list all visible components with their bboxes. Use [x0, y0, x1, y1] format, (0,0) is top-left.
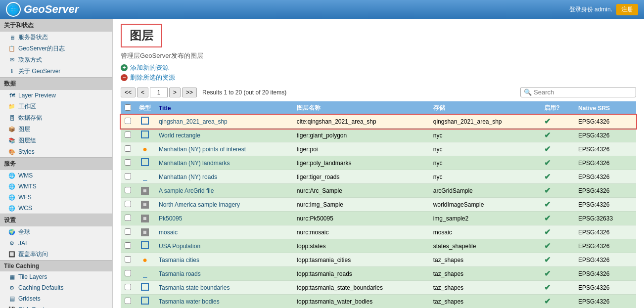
row-checkbox-10[interactable]	[125, 242, 131, 249]
row-title[interactable]: North America sample imagery	[155, 198, 293, 212]
sidebar-item-layer-preview[interactable]: Layer Preview	[0, 90, 112, 101]
row-checkbox-2[interactable]	[125, 132, 131, 138]
sidebar-item-label-geoserver-log: GeoServer的日志	[18, 44, 65, 53]
add-resource-link[interactable]: + 添加新的资源	[121, 63, 636, 72]
row-srs: EPSG:4326	[574, 239, 636, 253]
sidebar-item-label-layergroup: 图层组	[18, 136, 36, 145]
row-checkbox-3[interactable]	[125, 145, 131, 152]
row-checkbox-12[interactable]	[125, 270, 131, 276]
row-title[interactable]: A sample ArcGrid file	[155, 184, 293, 198]
icon-wcs-icon	[8, 204, 16, 212]
row-srs: EPSG:4326	[574, 156, 636, 170]
row-enabled: ✔	[540, 239, 574, 253]
row-enabled: ✔	[540, 115, 574, 129]
row-srs: EPSG:4326	[574, 253, 636, 267]
type-icon-polygon	[141, 158, 149, 166]
row-name: topp:tasmania_roads	[293, 267, 429, 281]
sidebar-item-server-status[interactable]: 服务器状态	[0, 32, 112, 43]
row-title[interactable]: mosaic	[155, 225, 293, 239]
row-enabled: ✔	[540, 295, 574, 308]
icon-styles-icon	[8, 148, 16, 156]
sidebar-item-disk-quota[interactable]: Disk Quota	[0, 304, 112, 308]
sidebar-item-styles[interactable]: Styles	[0, 146, 112, 157]
sidebar-item-caching-defaults[interactable]: Caching Defaults	[0, 282, 112, 293]
row-name: tiger:poly_landmarks	[293, 156, 429, 170]
sidebar-item-wms[interactable]: WMS	[0, 170, 112, 181]
page-number-input[interactable]	[150, 88, 168, 97]
icon-store-icon	[8, 114, 16, 122]
sidebar-item-wmts[interactable]: WMTS	[0, 181, 112, 192]
prev-page-button[interactable]: <	[137, 88, 148, 97]
col-srs: Native SRS	[574, 101, 636, 115]
sidebar-item-layers[interactable]: 图层	[0, 124, 112, 135]
row-store: nyc	[429, 142, 541, 156]
sidebar-item-geoserver-log[interactable]: GeoServer的日志	[0, 43, 112, 54]
col-title[interactable]: Title	[155, 101, 293, 115]
row-title[interactable]: qingshan_2021_area_shp	[155, 115, 293, 129]
last-page-button[interactable]: >>	[182, 88, 197, 97]
sidebar-item-wfs[interactable]: WFS	[0, 192, 112, 203]
row-title[interactable]: Tasmania state boundaries	[155, 281, 293, 295]
logo: 🌐 GeoServer	[6, 2, 79, 17]
row-srs: EPSG:4326	[574, 295, 636, 308]
row-checkbox-1[interactable]	[125, 118, 131, 124]
sidebar-item-wcs[interactable]: WCS	[0, 203, 112, 214]
icon-layers-icon	[8, 91, 16, 99]
row-enabled: ✔	[540, 267, 574, 281]
table-row: ⎯Tasmania roadstopp:tasmania_roadstaz_sh…	[121, 267, 636, 281]
layout: 关于和状态服务器状态GeoServer的日志联系方式关于 GeoServer数据…	[0, 19, 644, 308]
table-row: ▦Pk50095nurc:Pk50095img_sample2✔EPSG:326…	[121, 212, 636, 225]
row-checkbox-4[interactable]	[125, 159, 131, 166]
row-checkbox-6[interactable]	[125, 187, 131, 193]
next-page-button[interactable]: >	[169, 88, 181, 97]
remove-resource-link[interactable]: − 删除所选的资源	[121, 73, 636, 82]
row-checkbox-7[interactable]	[125, 201, 131, 207]
remove-resource-label: 删除所选的资源	[130, 73, 175, 82]
row-name: nurc:mosaic	[293, 225, 429, 239]
header-right: 登录身份 admin. 注册	[569, 4, 638, 15]
sidebar-item-datastore[interactable]: 数据存储	[0, 112, 112, 124]
table-row: ▦A sample ArcGrid filenurc:Arc_Samplearc…	[121, 184, 636, 198]
row-title[interactable]: Manhattan (NY) points of interest	[155, 142, 293, 156]
row-checkbox-5[interactable]	[125, 173, 131, 179]
sidebar-item-coverage[interactable]: 覆盖率访问	[0, 249, 112, 260]
table-row: ▦mosaicnurc:mosaicmosaic✔EPSG:4326	[121, 225, 636, 239]
sidebar-item-tile-layers[interactable]: Tile Layers	[0, 271, 112, 282]
row-checkbox-9[interactable]	[125, 228, 131, 235]
search-input[interactable]	[534, 88, 633, 96]
icon-workspace-icon	[8, 103, 16, 111]
type-icon-line: ⎯	[140, 173, 149, 181]
row-checkbox-13[interactable]	[125, 284, 131, 290]
sidebar-item-about[interactable]: 关于 GeoServer	[0, 66, 112, 77]
icon-jai-icon	[8, 239, 16, 247]
sidebar-item-label-wcs: WCS	[18, 205, 32, 212]
row-title[interactable]: Manhattan (NY) landmarks	[155, 156, 293, 170]
sidebar-item-label-wmts: WMTS	[18, 183, 37, 190]
select-all-checkbox[interactable]	[125, 104, 131, 111]
sidebar-item-global[interactable]: 全球	[0, 226, 112, 238]
login-button[interactable]: 注册	[616, 4, 638, 15]
row-checkbox-8[interactable]	[125, 215, 131, 221]
row-title[interactable]: Pk50095	[155, 212, 293, 225]
row-title[interactable]: Tasmania roads	[155, 267, 293, 281]
sidebar-item-gridsets[interactable]: Gridsets	[0, 293, 112, 304]
row-title[interactable]: USA Population	[155, 239, 293, 253]
row-enabled: ✔	[540, 198, 574, 212]
page-subtitle: 管理层GeoServer发布的图层	[121, 51, 636, 60]
icon-wms-icon	[8, 172, 16, 179]
sidebar-item-layergroup[interactable]: 图层组	[0, 135, 112, 146]
row-title[interactable]: Tasmania water bodies	[155, 295, 293, 308]
sidebar-item-jai[interactable]: JAI	[0, 238, 112, 249]
enabled-check: ✔	[544, 214, 551, 222]
row-checkbox-14[interactable]	[125, 298, 131, 304]
row-title[interactable]: Tasmania cities	[155, 253, 293, 267]
sidebar-item-workspace[interactable]: 工作区	[0, 101, 112, 112]
row-title[interactable]: Manhattan (NY) roads	[155, 170, 293, 184]
sidebar-item-contact[interactable]: 联系方式	[0, 54, 112, 66]
header: 🌐 GeoServer 登录身份 admin. 注册	[0, 0, 644, 19]
row-checkbox-11[interactable]	[125, 256, 131, 263]
first-page-button[interactable]: <<	[121, 88, 136, 97]
type-icon-polygon	[141, 283, 149, 291]
table-row: ⎯Manhattan (NY) roadstiger:tiger_roadsny…	[121, 170, 636, 184]
row-title[interactable]: World rectangle	[155, 129, 293, 142]
